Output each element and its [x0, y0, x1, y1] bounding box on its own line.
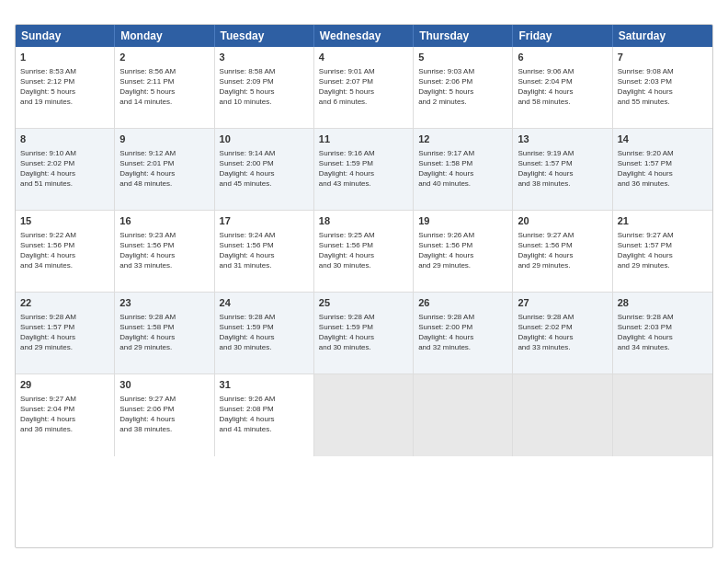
day-number: 18: [319, 214, 408, 228]
day-info: Sunrise: 9:10 AMSunset: 2:02 PMDaylight:…: [20, 148, 109, 190]
day-info: Sunrise: 9:28 AMSunset: 1:59 PMDaylight:…: [220, 312, 309, 353]
calendar-day-22: 22Sunrise: 9:28 AMSunset: 1:57 PMDayligh…: [16, 293, 115, 373]
calendar-day-26: 26Sunrise: 9:28 AMSunset: 2:00 PMDayligh…: [414, 293, 513, 373]
day-number: 9: [119, 132, 209, 146]
day-info: Sunrise: 9:06 AMSunset: 2:04 PMDaylight:…: [518, 66, 607, 108]
day-number: 25: [319, 296, 408, 310]
day-info: Sunrise: 9:19 AMSunset: 1:57 PMDaylight:…: [518, 148, 607, 190]
day-info: Sunrise: 9:14 AMSunset: 2:00 PMDaylight:…: [220, 148, 309, 190]
calendar-day-24: 24Sunrise: 9:28 AMSunset: 1:59 PMDayligh…: [215, 293, 314, 373]
calendar-empty: [414, 374, 513, 456]
day-info: Sunrise: 9:24 AMSunset: 1:56 PMDaylight:…: [220, 230, 309, 271]
calendar-empty: [513, 374, 612, 456]
day-number: 19: [418, 214, 507, 228]
day-number: 8: [20, 132, 109, 146]
calendar-day-6: 6Sunrise: 9:06 AMSunset: 2:04 PMDaylight…: [513, 47, 612, 128]
day-number: 4: [319, 51, 408, 64]
day-number: 5: [418, 51, 507, 64]
calendar-day-10: 10Sunrise: 9:14 AMSunset: 2:00 PMDayligh…: [215, 129, 314, 210]
day-info: Sunrise: 9:28 AMSunset: 1:58 PMDaylight:…: [119, 312, 209, 353]
calendar-day-18: 18Sunrise: 9:25 AMSunset: 1:56 PMDayligh…: [314, 211, 414, 292]
calendar-body: 1Sunrise: 8:53 AMSunset: 2:12 PMDaylight…: [16, 47, 712, 456]
day-info: Sunrise: 9:20 AMSunset: 1:57 PMDaylight:…: [618, 148, 708, 190]
day-number: 7: [618, 51, 708, 64]
day-info: Sunrise: 9:27 AMSunset: 1:56 PMDaylight:…: [518, 230, 607, 271]
day-number: 21: [618, 214, 708, 228]
weekday-header-tuesday: Tuesday: [215, 25, 314, 47]
calendar-day-3: 3Sunrise: 8:58 AMSunset: 2:09 PMDaylight…: [215, 47, 314, 128]
day-number: 13: [518, 132, 607, 146]
day-number: 15: [20, 214, 109, 228]
day-info: Sunrise: 8:53 AMSunset: 2:12 PMDaylight:…: [20, 66, 109, 108]
day-info: Sunrise: 9:26 AMSunset: 1:56 PMDaylight:…: [418, 230, 507, 271]
day-info: Sunrise: 9:23 AMSunset: 1:56 PMDaylight:…: [119, 230, 209, 271]
calendar-day-29: 29Sunrise: 9:27 AMSunset: 2:04 PMDayligh…: [16, 374, 115, 456]
calendar-day-17: 17Sunrise: 9:24 AMSunset: 1:56 PMDayligh…: [215, 211, 314, 292]
calendar-day-20: 20Sunrise: 9:27 AMSunset: 1:56 PMDayligh…: [513, 211, 612, 292]
day-info: Sunrise: 9:28 AMSunset: 2:00 PMDaylight:…: [418, 312, 507, 353]
calendar-row-2: 8Sunrise: 9:10 AMSunset: 2:02 PMDaylight…: [16, 129, 712, 211]
day-info: Sunrise: 9:28 AMSunset: 1:59 PMDaylight:…: [319, 312, 408, 353]
day-info: Sunrise: 9:27 AMSunset: 2:06 PMDaylight:…: [119, 394, 209, 435]
day-info: Sunrise: 9:26 AMSunset: 2:08 PMDaylight:…: [220, 394, 309, 435]
calendar-row-5: 29Sunrise: 9:27 AMSunset: 2:04 PMDayligh…: [16, 374, 712, 456]
day-number: 17: [220, 214, 309, 228]
calendar-day-16: 16Sunrise: 9:23 AMSunset: 1:56 PMDayligh…: [115, 211, 214, 292]
calendar-day-7: 7Sunrise: 9:08 AMSunset: 2:03 PMDaylight…: [613, 47, 712, 128]
calendar-empty: [314, 374, 414, 456]
calendar: SundayMondayTuesdayWednesdayThursdayFrid…: [15, 24, 713, 548]
calendar-day-2: 2Sunrise: 8:56 AMSunset: 2:11 PMDaylight…: [115, 47, 214, 128]
day-info: Sunrise: 9:12 AMSunset: 2:01 PMDaylight:…: [119, 148, 209, 190]
day-number: 3: [220, 51, 309, 64]
calendar-day-8: 8Sunrise: 9:10 AMSunset: 2:02 PMDaylight…: [16, 129, 115, 210]
day-number: 31: [220, 378, 309, 392]
day-number: 27: [518, 296, 607, 310]
day-info: Sunrise: 9:28 AMSunset: 2:03 PMDaylight:…: [618, 312, 708, 353]
day-number: 11: [319, 132, 408, 146]
calendar-row-4: 22Sunrise: 9:28 AMSunset: 1:57 PMDayligh…: [16, 293, 712, 374]
calendar-day-19: 19Sunrise: 9:26 AMSunset: 1:56 PMDayligh…: [414, 211, 513, 292]
day-info: Sunrise: 9:16 AMSunset: 1:59 PMDaylight:…: [319, 148, 408, 190]
calendar-day-9: 9Sunrise: 9:12 AMSunset: 2:01 PMDaylight…: [115, 129, 214, 210]
calendar-day-12: 12Sunrise: 9:17 AMSunset: 1:58 PMDayligh…: [414, 129, 513, 210]
day-number: 22: [20, 296, 109, 310]
day-number: 12: [418, 132, 507, 146]
calendar-day-21: 21Sunrise: 9:27 AMSunset: 1:57 PMDayligh…: [613, 211, 712, 292]
day-number: 29: [20, 378, 109, 392]
weekday-header-monday: Monday: [115, 25, 214, 47]
day-number: 2: [119, 51, 209, 64]
day-info: Sunrise: 9:17 AMSunset: 1:58 PMDaylight:…: [418, 148, 507, 190]
calendar-day-11: 11Sunrise: 9:16 AMSunset: 1:59 PMDayligh…: [314, 129, 414, 210]
day-info: Sunrise: 8:56 AMSunset: 2:11 PMDaylight:…: [119, 66, 209, 108]
weekday-header-thursday: Thursday: [414, 25, 513, 47]
weekday-header-wednesday: Wednesday: [314, 25, 414, 47]
calendar-row-1: 1Sunrise: 8:53 AMSunset: 2:12 PMDaylight…: [16, 47, 712, 129]
day-number: 30: [119, 378, 209, 392]
calendar-day-15: 15Sunrise: 9:22 AMSunset: 1:56 PMDayligh…: [16, 211, 115, 292]
page: SundayMondayTuesdayWednesdayThursdayFrid…: [0, 0, 728, 563]
calendar-day-28: 28Sunrise: 9:28 AMSunset: 2:03 PMDayligh…: [613, 293, 712, 373]
day-number: 20: [518, 214, 607, 228]
calendar-row-3: 15Sunrise: 9:22 AMSunset: 1:56 PMDayligh…: [16, 211, 712, 293]
day-info: Sunrise: 9:27 AMSunset: 1:57 PMDaylight:…: [618, 230, 708, 271]
day-number: 6: [518, 51, 607, 64]
weekday-header-saturday: Saturday: [613, 25, 712, 47]
day-info: Sunrise: 9:28 AMSunset: 1:57 PMDaylight:…: [20, 312, 109, 353]
calendar-header: SundayMondayTuesdayWednesdayThursdayFrid…: [16, 25, 712, 47]
day-number: 14: [618, 132, 708, 146]
day-info: Sunrise: 9:27 AMSunset: 2:04 PMDaylight:…: [20, 394, 109, 435]
calendar-day-13: 13Sunrise: 9:19 AMSunset: 1:57 PMDayligh…: [513, 129, 612, 210]
calendar-empty: [613, 374, 712, 456]
calendar-day-25: 25Sunrise: 9:28 AMSunset: 1:59 PMDayligh…: [314, 293, 414, 373]
day-info: Sunrise: 9:01 AMSunset: 2:07 PMDaylight:…: [319, 66, 408, 108]
calendar-day-27: 27Sunrise: 9:28 AMSunset: 2:02 PMDayligh…: [513, 293, 612, 373]
calendar-day-23: 23Sunrise: 9:28 AMSunset: 1:58 PMDayligh…: [115, 293, 214, 373]
day-info: Sunrise: 8:58 AMSunset: 2:09 PMDaylight:…: [220, 66, 309, 108]
calendar-day-5: 5Sunrise: 9:03 AMSunset: 2:06 PMDaylight…: [414, 47, 513, 128]
calendar-day-1: 1Sunrise: 8:53 AMSunset: 2:12 PMDaylight…: [16, 47, 115, 128]
day-info: Sunrise: 9:25 AMSunset: 1:56 PMDaylight:…: [319, 230, 408, 271]
weekday-header-friday: Friday: [513, 25, 612, 47]
calendar-day-30: 30Sunrise: 9:27 AMSunset: 2:06 PMDayligh…: [115, 374, 214, 456]
weekday-header-sunday: Sunday: [16, 25, 115, 47]
day-number: 23: [119, 296, 209, 310]
